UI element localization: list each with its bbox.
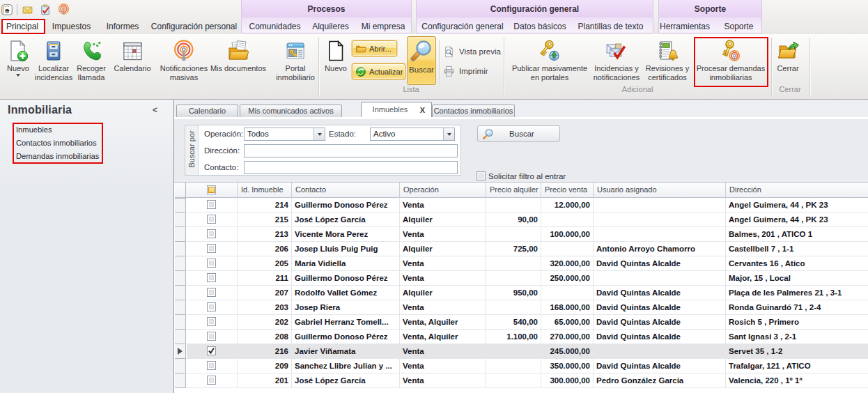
grid-row-202-indicator[interactable] [175,315,186,330]
ribbon-button-cerrar[interactable]: Cerrar [777,37,799,86]
row-checkbox[interactable] [207,229,216,238]
quick-access-task-check[interactable] [40,4,51,15]
ribbon-tab-configuraci-n-general[interactable]: Configuración general [417,20,508,34]
contacto-input[interactable] [244,161,458,174]
row-checkbox[interactable] [207,288,216,297]
row-checkbox[interactable] [207,273,216,282]
grid-row-208-indicator[interactable] [175,330,186,344]
ribbon-button-calendario[interactable]: Calendario [114,37,150,86]
close-tab-icon[interactable]: X [420,105,425,115]
quick-access-broadcast[interactable] [58,3,70,15]
grid-row-215-row-checkbox[interactable] [187,213,237,227]
quick-access-mail[interactable] [22,5,33,15]
grid-header-col-precio-venta[interactable]: Precio venta [541,183,593,198]
ribbon-button-localizar-incidencias[interactable]: Localizar incidencias [35,37,72,86]
row-checkbox[interactable] [207,376,216,385]
estado-select[interactable]: Activo [370,128,455,141]
document-tab-contactos-inmobiliarios[interactable]: Contactos inmobiliarios [432,105,515,117]
row-checkbox[interactable] [207,317,216,326]
ribbon-tab-comunidades[interactable]: Comunidades [244,20,305,34]
grid-header-col-direccion[interactable]: Dirección [725,183,868,198]
ribbon-tab-configuraci-n-personal[interactable]: Configuración personal [146,20,242,34]
operation-select[interactable]: Todos [244,128,325,141]
row-checkbox[interactable] [207,332,216,341]
ribbon-tab-mi-empresa[interactable]: Mi empresa [357,20,410,34]
row-checkbox[interactable] [207,259,216,268]
grid-row-203-indicator[interactable] [175,300,186,315]
ribbon-tab-informes[interactable]: Informes [102,20,144,34]
row-checkbox[interactable] [207,215,216,224]
grid-row-213-row-checkbox[interactable] [187,227,237,242]
grid-row-215-indicator[interactable] [175,213,186,227]
ribbon-button-nuevo[interactable]: Nuevo [325,37,347,86]
select-all-checkbox[interactable] [207,185,216,194]
annotation-box-sidebar-items [13,123,103,164]
document-tab-inmuebles[interactable]: InmueblesX [361,102,432,117]
filter-panel-side-label: Buscar por [185,125,199,175]
ribbon-button-recoger-llamada[interactable]: Recoger llamada [77,37,106,86]
row-checkbox[interactable] [207,361,216,370]
ribbon-tab-impuestos[interactable]: Impuestos [47,20,95,34]
grid-row-203-row-checkbox[interactable] [187,300,237,315]
grid-header-col-operacion[interactable]: Operación [399,183,486,198]
grid-row-211-indicator[interactable] [175,271,186,286]
grid-row-202-row-checkbox[interactable] [187,315,237,330]
grid-header-col-id[interactable]: Id. Inmueble [237,183,291,198]
ribbon-button-notificaciones-masivas[interactable]: Notificaciones masivas [160,37,208,86]
ribbon-tab-soporte[interactable]: Soporte [719,20,758,34]
grid-row-214-indicator[interactable] [175,198,186,213]
grid-header-col-precio-alquiler[interactable]: Precio alquiler [486,183,541,198]
ribbon-button-publicar-masivamente-en-portales[interactable]: Publicar masivamente en portales [512,37,587,86]
grid-row-208-col-id: 208 [237,330,291,344]
grid-row-206-indicator[interactable] [175,242,186,256]
grid-header-col-usuario-asignado[interactable]: Usuario asignado [593,183,725,198]
ribbon-tab-herramientas[interactable]: Herramientas [655,20,715,34]
grid-row-211-row-checkbox[interactable] [187,271,237,286]
grid-row-201-col-operacion: Venta [399,373,486,388]
sidebar-collapse-chevron[interactable]: < [153,105,157,115]
grid-header-col-contacto[interactable]: Contacto [291,183,399,198]
ribbon-button-mis-documentos[interactable]: Mis documentos [210,37,266,86]
grid-row-206-row-checkbox[interactable] [187,242,237,256]
grid-row-209-indicator[interactable] [175,359,186,373]
document-tab-label: Mis comunicados activos [248,107,333,115]
ribbon-button-actualizar[interactable]: Actualizar [352,63,405,79]
ribbon-button-buscar[interactable]: Buscar [407,36,436,85]
ribbon-button-nuevo[interactable]: Nuevo [7,37,29,86]
document-tab-calendario[interactable]: Calendario [176,105,238,117]
grid-row-207-indicator[interactable] [175,286,186,300]
grid-row-216-indicator[interactable] [175,344,186,359]
grid-row-205-indicator[interactable] [175,256,186,271]
quick-access-app-logo[interactable] [1,4,13,15]
grid-row-214-row-checkbox[interactable] [187,198,237,213]
grid-row-208-row-checkbox[interactable] [187,330,237,344]
estado-select-dropdown-button[interactable] [443,128,454,140]
grid-row-208-col-precio-alquiler: 1.100,00 [486,330,541,344]
grid-row-209-row-checkbox[interactable] [187,359,237,373]
document-tab-mis-comunicados-activos[interactable]: Mis comunicados activos [240,105,342,117]
ribbon-button-abrir[interactable]: Abrir... [352,40,397,56]
grid-row-205-row-checkbox[interactable] [187,256,237,271]
ribbon-tab-plantillas-de-texto[interactable]: Plantillas de texto [573,20,648,34]
row-checkbox-checked[interactable] [207,346,216,355]
ribbon-tab-datos-b-sicos[interactable]: Datos básicos [509,20,571,34]
ribbon-button-portal-inmobiliario[interactable]: Portal inmobiliario [276,37,315,86]
grid-row-201-indicator[interactable] [175,373,186,388]
row-checkbox[interactable] [207,302,216,311]
grid-row-213-indicator[interactable] [175,227,186,242]
grid-row-216-row-checkbox[interactable] [187,344,237,359]
grid-row-201-row-checkbox[interactable] [187,373,237,388]
grid-row-207-row-checkbox[interactable] [187,286,237,300]
direccion-input[interactable] [244,144,458,157]
filter-on-entry-checkbox[interactable] [476,171,486,180]
operation-select-dropdown-button[interactable] [313,128,325,140]
row-checkbox[interactable] [207,244,216,253]
grid-row-213-col-id: 213 [237,227,291,242]
ribbon-button-revisiones-y-certificados[interactable]: Revisiones y certificados [646,37,689,86]
row-checkbox[interactable] [207,200,216,209]
ribbon-button-imprimir[interactable]: Imprimir [443,64,488,78]
ribbon-tab-alquileres[interactable]: Alquileres [307,20,354,34]
ribbon-button-incidencias-y-notificaciones[interactable]: Incidencias y notificaciones [594,37,640,86]
search-button[interactable]: Buscar [477,125,560,142]
ribbon-button-vista-previa[interactable]: Vista previa [443,45,501,59]
